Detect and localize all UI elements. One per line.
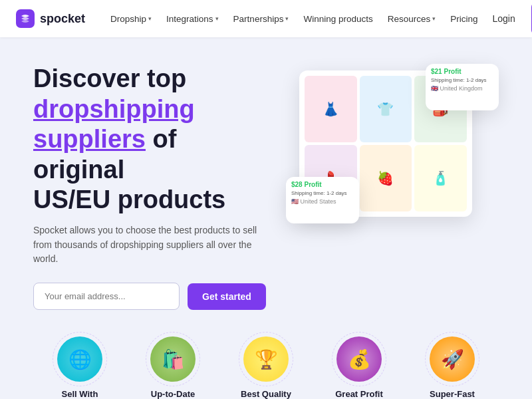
product-thumb-2: 👕 bbox=[360, 76, 412, 142]
product-card-small-1: $28 Profit Shipping time: 1-2 days 🇺🇸 Un… bbox=[286, 177, 359, 223]
nav-partnerships[interactable]: Partnerships ▾ bbox=[227, 10, 296, 28]
product-card-small-2: $21 Profit Shipping time: 1-2 days 🇬🇧 Un… bbox=[426, 64, 499, 110]
cta-button[interactable]: Get started bbox=[188, 283, 266, 310]
logo-text: spocket bbox=[40, 12, 85, 26]
bag-icon: 🛍️ bbox=[150, 336, 196, 382]
login-button[interactable]: Login bbox=[485, 9, 523, 28]
feature-label-5: Super-FastDelivery bbox=[430, 388, 475, 399]
card-label-1: Shipping time: 1-2 days bbox=[291, 190, 354, 196]
card-profit-1: $28 Profit bbox=[291, 181, 354, 188]
chevron-down-icon: ▾ bbox=[285, 15, 289, 22]
chevron-down-icon: ▾ bbox=[148, 15, 152, 22]
navbar: spocket Dropship ▾ Integrations ▾ Partne… bbox=[0, 0, 532, 37]
globe-icon: 🌐 bbox=[57, 336, 102, 382]
card-label-2: Shipping time: 1-2 days bbox=[431, 77, 493, 83]
feature-label-4: Great ProfitMargin bbox=[335, 388, 383, 399]
feature-sell-ease: 🌐 Sell WithEase bbox=[47, 336, 113, 399]
nav-integrations[interactable]: Integrations ▾ bbox=[160, 10, 225, 28]
product-thumb-1: 👗 bbox=[305, 76, 357, 142]
money-icon: 💰 bbox=[336, 336, 382, 382]
trophy-icon: 🏆 bbox=[243, 336, 289, 382]
features-section: 🌐 Sell WithEase 🛍️ Up-to-DateInventory 🏆… bbox=[0, 323, 532, 399]
rocket-icon: 🚀 bbox=[430, 336, 475, 382]
chevron-down-icon: ▾ bbox=[215, 15, 219, 22]
nav-pricing[interactable]: Pricing bbox=[444, 10, 484, 28]
email-input[interactable] bbox=[33, 283, 180, 310]
nav-winning-products[interactable]: Winning products bbox=[297, 10, 379, 28]
logo[interactable]: spocket bbox=[16, 9, 85, 28]
chevron-down-icon: ▾ bbox=[432, 15, 436, 22]
nav-dropship[interactable]: Dropship ▾ bbox=[104, 10, 158, 28]
feature-quality: 🏆 Best QualityProducts bbox=[233, 336, 299, 399]
hero-title: Discover top dropshipping suppliers of o… bbox=[33, 64, 273, 215]
nav-links: Dropship ▾ Integrations ▾ Partnerships ▾… bbox=[104, 10, 484, 28]
card-flag-1: 🇺🇸 United States bbox=[291, 198, 354, 205]
feature-profit: 💰 Great ProfitMargin bbox=[326, 336, 392, 399]
hero-cta: Get started bbox=[33, 283, 273, 310]
feature-label-1: Sell WithEase bbox=[62, 388, 98, 399]
feature-label-2: Up-to-DateInventory bbox=[151, 388, 195, 399]
card-flag-2: 🇬🇧 United Kingdom bbox=[431, 85, 493, 92]
hero-subtitle: Spocket allows you to choose the best pr… bbox=[33, 223, 259, 267]
feature-delivery: 🚀 Super-FastDelivery bbox=[419, 336, 485, 399]
nav-right: Login Get Started bbox=[485, 2, 532, 35]
hero-section: Discover top dropshipping suppliers of o… bbox=[0, 37, 532, 323]
hero-right: 👗 👕 🎒 💄 🍓 🧴 $28 Profit Shipping time: 1-… bbox=[286, 64, 499, 243]
product-showcase: 👗 👕 🎒 💄 🍓 🧴 $28 Profit Shipping time: 1-… bbox=[286, 64, 499, 243]
product-thumb-5: 🍓 bbox=[360, 145, 412, 211]
card-profit-2: $21 Profit bbox=[431, 68, 493, 75]
feature-inventory: 🛍️ Up-to-DateInventory bbox=[140, 336, 206, 399]
logo-icon bbox=[16, 9, 35, 28]
feature-label-3: Best QualityProducts bbox=[241, 388, 291, 399]
product-thumb-6: 🧴 bbox=[414, 145, 467, 211]
nav-resources[interactable]: Resources ▾ bbox=[381, 10, 443, 28]
hero-left: Discover top dropshipping suppliers of o… bbox=[33, 64, 273, 310]
